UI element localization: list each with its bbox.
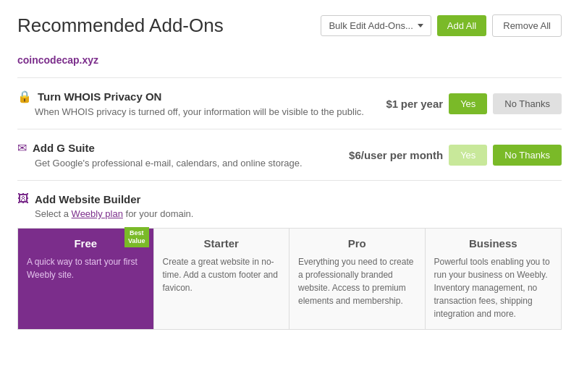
gsuite-addon-right: $6/user per month Yes No Thanks — [349, 145, 562, 166]
email-icon: ✉ — [17, 141, 27, 155]
bulk-edit-label: Bulk Edit Add-Ons... — [329, 20, 413, 31]
gsuite-description: Get Google's professional e-mail, calend… — [35, 158, 349, 169]
plans-grid: BestValue Free A quick way to start your… — [17, 228, 562, 330]
whois-addon-section: 🔒 Turn WHOIS Privacy ON When WHOIS priva… — [17, 77, 562, 129]
website-builder-desc-prefix: Select a — [35, 208, 72, 219]
whois-title: Turn WHOIS Privacy ON — [38, 90, 161, 103]
page-container: Recommended Add-Ons Bulk Edit Add-Ons...… — [0, 0, 579, 392]
plan-card-starter[interactable]: Starter Create a great website in no-tim… — [154, 229, 290, 329]
gsuite-addon-left: ✉ Add G Suite Get Google's professional … — [17, 141, 349, 169]
plan-desc-pro: Everything you need to create a professi… — [298, 255, 416, 307]
header-actions: Bulk Edit Add-Ons... Add All Remove All — [321, 14, 562, 37]
gsuite-price-amount: $6 — [349, 149, 361, 161]
add-all-button[interactable]: Add All — [437, 15, 486, 36]
whois-price: $1 per year — [386, 98, 443, 110]
page-title: Recommended Add-Ons — [17, 14, 224, 37]
chevron-down-icon — [418, 24, 423, 27]
gsuite-title-row: ✉ Add G Suite — [17, 141, 349, 155]
gsuite-addon-row: ✉ Add G Suite Get Google's professional … — [17, 141, 562, 169]
gsuite-addon-section: ✉ Add G Suite Get Google's professional … — [17, 129, 562, 180]
plan-card-business[interactable]: Business Powerful tools enabling you to … — [426, 229, 562, 329]
whois-addon-left: 🔒 Turn WHOIS Privacy ON When WHOIS priva… — [17, 90, 386, 117]
whois-addon-row: 🔒 Turn WHOIS Privacy ON When WHOIS priva… — [17, 90, 562, 117]
best-value-badge: BestValue — [124, 227, 149, 247]
domain-label: coincodecap.xyz — [17, 54, 562, 66]
whois-yes-button[interactable]: Yes — [449, 93, 487, 114]
website-builder-title-row: 🖼 Add Website Builder — [17, 192, 562, 205]
whois-no-thanks-button[interactable]: No Thanks — [493, 93, 562, 114]
whois-title-row: 🔒 Turn WHOIS Privacy ON — [17, 90, 386, 103]
gsuite-price: $6/user per month — [349, 149, 443, 161]
lock-icon: 🔒 — [17, 90, 32, 103]
gsuite-yes-button[interactable]: Yes — [449, 145, 487, 166]
plan-card-pro[interactable]: Pro Everything you need to create a prof… — [290, 229, 426, 329]
bulk-edit-dropdown[interactable]: Bulk Edit Add-Ons... — [321, 15, 431, 36]
website-builder-title: Add Website Builder — [35, 193, 140, 205]
whois-price-period: per year — [401, 98, 443, 110]
plan-card-free[interactable]: BestValue Free A quick way to start your… — [18, 229, 154, 329]
plan-name-business: Business — [434, 237, 553, 250]
weebly-plan-link[interactable]: Weebly plan — [72, 208, 123, 219]
whois-price-amount: $1 — [386, 98, 398, 110]
website-builder-section: 🖼 Add Website Builder Select a Weebly pl… — [17, 180, 562, 330]
whois-addon-right: $1 per year Yes No Thanks — [386, 93, 562, 114]
gsuite-price-period: /user per month — [361, 149, 443, 161]
page-header: Recommended Add-Ons Bulk Edit Add-Ons...… — [17, 14, 562, 37]
gsuite-no-thanks-button[interactable]: No Thanks — [493, 145, 562, 166]
plan-desc-free: A quick way to start your first Weebly s… — [27, 255, 145, 281]
remove-all-button[interactable]: Remove All — [492, 14, 562, 37]
website-builder-desc: Select a Weebly plan for your domain. — [35, 208, 562, 219]
builder-icon: 🖼 — [17, 192, 29, 205]
whois-description: When WHOIS privacy is turned off, your i… — [35, 106, 386, 117]
plan-desc-business: Powerful tools enabling you to run your … — [434, 255, 553, 320]
plan-name-pro: Pro — [298, 237, 416, 250]
plan-name-starter: Starter — [163, 237, 281, 250]
plan-desc-starter: Create a great website in no-time. Add a… — [163, 255, 281, 294]
gsuite-title: Add G Suite — [33, 142, 95, 154]
website-builder-desc-suffix: for your domain. — [123, 208, 194, 219]
